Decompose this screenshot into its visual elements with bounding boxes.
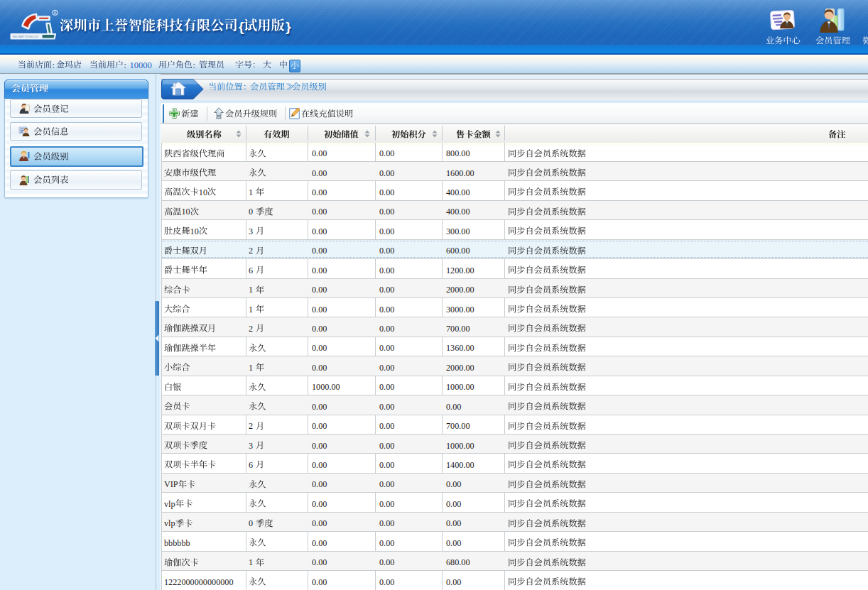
svg-text:R: R (53, 11, 56, 15)
svg-text:SING-SMART TECHNOLOGY: SING-SMART TECHNOLOGY (13, 35, 40, 38)
